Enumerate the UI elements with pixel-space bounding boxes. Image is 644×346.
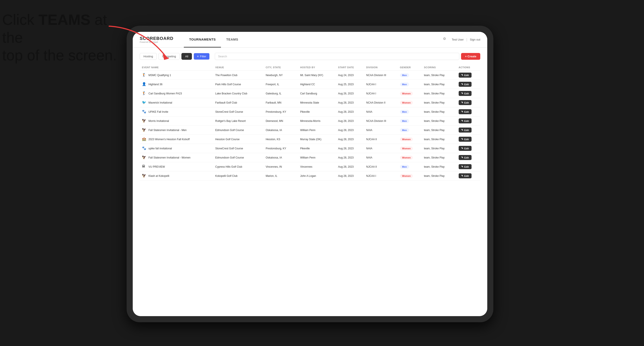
edit-button[interactable]: ✎ Edit — [459, 91, 472, 96]
gender-badge: Women — [400, 147, 413, 151]
cell-scoring: team, Stroke Play — [422, 162, 456, 171]
gender-badge: Men — [400, 128, 409, 132]
cell-event-name: 🐦 Maverick Invitational — [140, 98, 213, 107]
cell-gender: Men — [398, 116, 422, 126]
cell-date: Aug 28, 2023 — [336, 98, 364, 107]
edit-button[interactable]: ✎ Edit — [459, 118, 472, 123]
cell-division: NAIA — [364, 126, 398, 135]
competing-btn[interactable]: Competing — [158, 53, 180, 60]
cell-division: NJCAA I — [364, 171, 398, 180]
cell-date: Aug 28, 2023 — [336, 116, 364, 126]
search-input[interactable] — [215, 53, 459, 60]
cell-event-name: 🐾 UPIKE Fall Invite — [140, 107, 213, 116]
event-name-text: 2023 Women's Hesston Fall Kickoff — [148, 138, 190, 141]
gender-badge: Women — [400, 92, 413, 96]
cell-division: NJCAA II — [364, 162, 398, 171]
cell-city: Galesburg, IL — [264, 89, 298, 98]
gender-badge: Men — [400, 110, 409, 114]
table-row: 🏌 MSMC Qualifying 1 The Powelton Club Ne… — [140, 71, 480, 80]
team-icon: 👤 — [142, 82, 147, 87]
cell-event-name: 🦅 Morris Invitational — [140, 116, 213, 126]
cell-gender: Women — [398, 98, 422, 107]
cell-venue: Lake Bracken Country Club — [213, 89, 264, 98]
col-event-name: EVENT NAME — [140, 64, 213, 71]
cell-city: Deerwood, MN — [264, 116, 298, 126]
edit-button[interactable]: ✎ Edit — [459, 100, 472, 105]
cell-gender: Women — [398, 144, 422, 153]
gender-badge: Men — [400, 73, 409, 77]
cell-division: NJCAA I — [364, 80, 398, 89]
pencil-icon: ✎ — [461, 165, 463, 168]
cell-city: Hesston, KS — [264, 135, 298, 144]
gender-badge: Men — [400, 165, 409, 169]
event-name-text: Fall Statesmen Invitational - Men — [148, 129, 187, 132]
gender-badge: Women — [400, 156, 413, 160]
table-row: 🐦 Maverick Invitational Faribault Golf C… — [140, 98, 480, 107]
cell-city: Oskaloosa, IA — [264, 153, 298, 162]
col-actions: ACTIONS — [456, 64, 480, 71]
cell-venue: Kokopelli Golf Club — [213, 171, 264, 180]
sign-out-link[interactable]: Sign out — [470, 38, 480, 41]
cell-actions: ✎ Edit — [456, 80, 480, 89]
edit-button[interactable]: ✎ Edit — [459, 128, 472, 133]
gender-badge: Women — [400, 101, 413, 105]
pencil-icon: ✎ — [461, 83, 463, 86]
all-btn[interactable]: All — [182, 53, 192, 60]
cell-event-name: 🦅 Fall Statesmen Invitational - Women — [140, 153, 213, 162]
pencil-icon: ✎ — [461, 174, 463, 177]
nav-tab-teams[interactable]: TEAMS — [221, 32, 244, 47]
cell-scoring: team, Stroke Play — [422, 135, 456, 144]
cell-gender: Women — [398, 153, 422, 162]
settings-icon[interactable]: ⚙ — [443, 37, 449, 43]
team-icon: 🦅 — [142, 119, 147, 123]
team-icon: 🏫 — [142, 137, 147, 142]
pencil-icon: ✎ — [461, 129, 463, 132]
tournaments-table: EVENT NAME VENUE CITY, STATE HOSTED BY S… — [140, 64, 480, 180]
cell-actions: ✎ Edit — [456, 153, 480, 162]
cell-city: Oskaloosa, IA — [264, 126, 298, 135]
edit-button[interactable]: ✎ Edit — [459, 146, 472, 151]
cell-date: Aug 28, 2023 — [336, 144, 364, 153]
event-name-text: Morris Invitational — [148, 120, 169, 123]
cell-actions: ✎ Edit — [456, 107, 480, 116]
cell-division: NJCAA II — [364, 135, 398, 144]
edit-button[interactable]: ✎ Edit — [459, 82, 472, 87]
app-header: SCOREBOARD Powered by Clippit TOURNAMENT… — [133, 32, 487, 47]
cell-hosted-by: Murray State (OK) — [298, 135, 336, 144]
team-icon: 🦅 — [142, 155, 147, 160]
team-icon: 🏛 — [142, 165, 147, 169]
cell-event-name: 🏛 VU PREVIEW — [140, 162, 213, 171]
edit-button[interactable]: ✎ Edit — [459, 164, 472, 169]
filter-btn[interactable]: ≡ Filter — [194, 53, 209, 60]
nav-tab-tournaments[interactable]: TOURNAMENTS — [184, 32, 221, 47]
hosting-btn[interactable]: Hosting — [140, 53, 157, 60]
table-row: 🦅 Klash at Kokopelli Kokopelli Golf Club… — [140, 171, 480, 180]
cell-hosted-by: Minnesota-Morris — [298, 116, 336, 126]
col-gender: GENDER — [398, 64, 422, 71]
edit-button[interactable]: ✎ Edit — [459, 73, 472, 78]
cell-gender: Women — [398, 89, 422, 98]
team-icon: 🐦 — [142, 100, 147, 105]
cell-scoring: team, Stroke Play — [422, 107, 456, 116]
cell-venue: Cypress Hills Golf Club — [213, 162, 264, 171]
team-icon: 🏌 — [142, 91, 147, 96]
cell-date: Aug 28, 2023 — [336, 135, 364, 144]
cell-city: Prestonsburg, KY — [264, 107, 298, 116]
team-icon: 🦅 — [142, 128, 147, 133]
pencil-icon: ✎ — [461, 74, 463, 77]
cell-scoring: team, Stroke Play — [422, 153, 456, 162]
edit-button[interactable]: ✎ Edit — [459, 137, 472, 142]
cell-venue: StoneCrest Golf Course — [213, 144, 264, 153]
team-icon: 🦅 — [142, 173, 147, 178]
create-button[interactable]: + Create — [461, 53, 480, 60]
cell-division: NCAA Division II — [364, 98, 398, 107]
col-venue: VENUE — [213, 64, 264, 71]
cell-venue: Hesston Golf Course — [213, 135, 264, 144]
gender-badge: Men — [400, 82, 409, 86]
edit-button[interactable]: ✎ Edit — [459, 109, 472, 114]
edit-button[interactable]: ✎ Edit — [459, 155, 472, 160]
cell-division: NCAA Division III — [364, 116, 398, 126]
cell-gender: Women — [398, 135, 422, 144]
team-icon: 🐾 — [142, 109, 147, 114]
edit-button[interactable]: ✎ Edit — [459, 173, 472, 178]
